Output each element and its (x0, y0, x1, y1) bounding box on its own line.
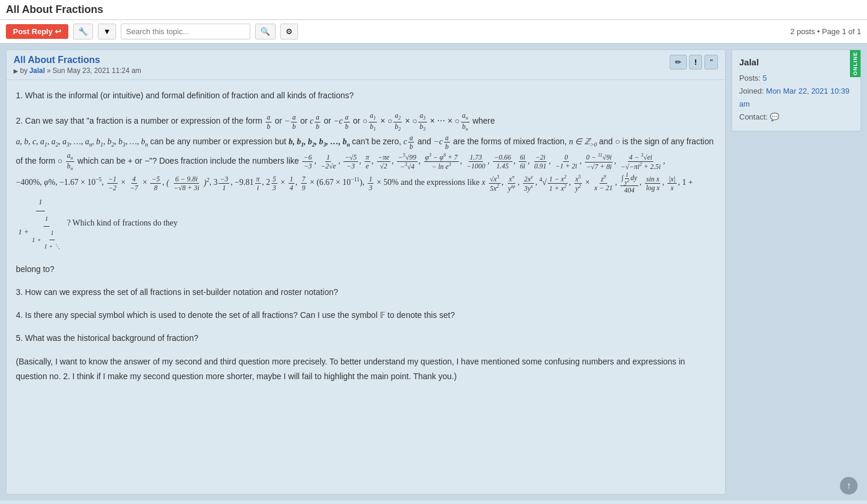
post-title-area: All About Fractions ▶ by Jalal » Sun May… (14, 55, 141, 75)
sidebar: ONLINE Jalal Posts: 5 Joined: Mon Mar 22… (732, 49, 861, 131)
posts-info: Posts: 5 (739, 72, 853, 85)
posts-label: Posts: (739, 74, 760, 82)
page-title: All About Fractions (6, 4, 103, 15)
tool-button-wrench[interactable]: 🔧 (73, 24, 93, 39)
search-input[interactable] (121, 24, 250, 39)
contact-label: Contact: (739, 112, 767, 121)
quote-button[interactable]: " (704, 55, 718, 69)
q5-text: 5. What was the historical background of… (16, 333, 198, 343)
belong-to: belong to? (16, 262, 716, 277)
joined-label: Joined: (739, 87, 764, 95)
closing-note: (Basically, I want to know the answer of… (16, 354, 716, 384)
question-3: 3. How can we express the set of all fra… (16, 285, 716, 300)
post-reply-label: Post Reply (13, 27, 52, 36)
username: Jalal (739, 57, 853, 67)
scroll-to-top-button[interactable]: ↑ (840, 477, 858, 495)
post-separator: » (47, 67, 51, 75)
post-meta: ▶ by Jalal » Sun May 23, 2021 11:24 am (14, 67, 141, 75)
by-label: by (20, 67, 28, 75)
q1-text: 1. What is the informal (or intuitive) a… (16, 91, 354, 100)
question-4: 4. Is there any special symbol which is … (16, 308, 716, 323)
main-layout: All About Fractions ▶ by Jalal » Sun May… (0, 44, 867, 500)
posts-count: 5 (763, 74, 767, 82)
post-header: All About Fractions ▶ by Jalal » Sun May… (6, 50, 725, 80)
question-1: 1. What is the informal (or intuitive) a… (16, 88, 716, 103)
contact-icon[interactable]: 💬 (770, 112, 779, 121)
joined-info: Joined: Mon Mar 22, 2021 10:39 am (739, 85, 853, 111)
contact-info: Contact: 💬 (739, 111, 853, 124)
post-date: Sun May 23, 2021 11:24 am (52, 67, 141, 75)
post-icon: ▶ (14, 68, 18, 74)
post-forum-title: All About Fractions (14, 55, 141, 65)
q3-text: 3. How can we express the set of all fra… (16, 287, 338, 297)
edit-button[interactable]: ✏ (670, 55, 687, 69)
online-badge: ONLINE (850, 50, 861, 77)
closing-text: (Basically, I want to know the answer of… (16, 357, 685, 381)
question-2: 2. Can we say that "a fraction is a numb… (16, 111, 716, 254)
page-info: 2 posts • Page 1 of 1 (790, 27, 861, 36)
q4-text: 4. Is there any special symbol which is … (16, 310, 455, 320)
user-info: Posts: 5 Joined: Mon Mar 22, 2021 10:39 … (739, 72, 853, 124)
question-5: 5. What was the historical background of… (16, 331, 716, 346)
post-reply-button[interactable]: Post Reply ↩ (6, 24, 68, 39)
search-button[interactable]: 🔍 (255, 24, 276, 39)
post-body: 1. What is the informal (or intuitive) a… (6, 80, 725, 392)
settings-button[interactable]: ⚙ (280, 24, 298, 39)
post-author-link[interactable]: Jalal (29, 67, 45, 75)
post-action-buttons: ✏ ! " (670, 55, 718, 69)
page-title-bar: All About Fractions (0, 0, 867, 20)
top-bar: Post Reply ↩ 🔧 ▼ 🔍 ⚙ 2 posts • Page 1 of… (0, 20, 867, 44)
post-author: Jalal (29, 67, 45, 75)
post-container: All About Fractions ▶ by Jalal » Sun May… (6, 49, 726, 495)
tool-button-dropdown[interactable]: ▼ (98, 24, 116, 39)
reply-icon: ↩ (55, 27, 61, 36)
report-button[interactable]: ! (689, 55, 702, 69)
